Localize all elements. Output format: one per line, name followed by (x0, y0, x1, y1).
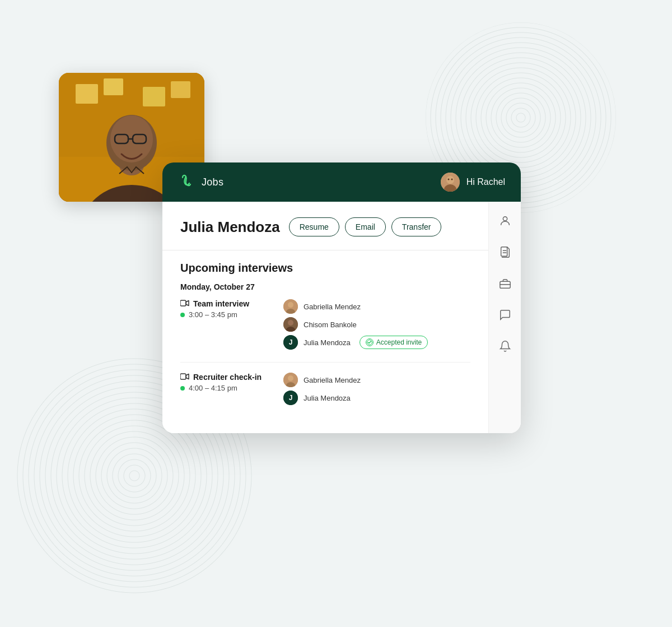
svg-text:J: J (289, 338, 293, 346)
transfer-button[interactable]: Transfer (391, 217, 442, 236)
person-icon[interactable] (497, 213, 513, 229)
section-title: Upcoming interviews (180, 262, 470, 275)
accepted-invite-label: Accepted invite (376, 338, 422, 346)
video-icon (180, 300, 189, 308)
section-divider (162, 250, 488, 250)
attendee-name-gabriella-2: Gabriella Mendez (304, 376, 361, 384)
candidate-header: Julia Mendoza Resume Email Transfer (180, 217, 470, 236)
attendee-row-julia-team: J Julia Mendoza (283, 335, 428, 350)
svg-point-30 (288, 375, 293, 381)
app-title-label: Jobs (202, 177, 223, 188)
app-card: Jobs Hi Rachel (162, 162, 521, 433)
candidate-name: Julia Mendoza (180, 219, 280, 236)
attendee-row-chisom: Chisom Bankole (283, 317, 428, 332)
document-icon[interactable] (497, 244, 513, 260)
interview-time-label-team: 3:00 – 3:45 pm (189, 310, 237, 319)
svg-rect-18 (180, 300, 186, 306)
interview-header-recruiter: Recruiter check-in 4:00 – 4:15 pm (180, 373, 470, 405)
svg-point-14 (446, 176, 454, 184)
svg-point-23 (288, 320, 293, 326)
interview-block-team: Team interview 3:00 – 3:45 pm (180, 299, 470, 350)
svg-point-17 (451, 179, 452, 180)
accepted-invite-badge: Accepted invite (360, 336, 428, 349)
attendee-name-julia-recruiter: Julia Mendoza (304, 394, 351, 402)
attendee-row-gabriella-2: Gabriella Mendez (283, 373, 361, 387)
content-main: Julia Mendoza Resume Email Transfer Upco… (162, 202, 488, 433)
avatar-gabriella (283, 299, 298, 314)
svg-point-20 (288, 302, 293, 308)
email-button[interactable]: Email (345, 217, 386, 236)
briefcase-icon[interactable] (497, 276, 513, 291)
time-dot-team (180, 313, 185, 317)
action-buttons: Resume Email Transfer (289, 217, 442, 236)
svg-rect-5 (171, 81, 190, 98)
avatar-chisom (283, 317, 298, 332)
interview-name-recruiter: Recruiter check-in (193, 373, 262, 382)
attendee-name-julia-team: Julia Mendoza (304, 338, 351, 347)
attendee-name-chisom: Chisom Bankole (304, 321, 357, 329)
user-avatar (441, 173, 460, 192)
resume-button[interactable]: Resume (289, 217, 339, 236)
greeting-label: Hi Rachel (466, 177, 505, 187)
header-right: Hi Rachel (441, 173, 505, 192)
avatar-gabriella-2 (283, 373, 298, 387)
svg-text:J: J (289, 394, 293, 402)
header-left: Jobs (178, 173, 223, 191)
svg-point-34 (503, 217, 507, 221)
interview-header-team: Team interview 3:00 – 3:45 pm (180, 299, 470, 350)
attendees-team: Gabriella Mendez (283, 299, 428, 350)
svg-rect-35 (501, 247, 507, 257)
interview-time-team: 3:00 – 3:45 pm (180, 310, 270, 319)
time-dot-recruiter (180, 386, 185, 391)
interview-meta-team: Team interview 3:00 – 3:45 pm (180, 299, 270, 319)
interview-type-recruiter: Recruiter check-in (180, 373, 270, 382)
avatar-julia-team: J (283, 335, 298, 350)
logo-icon (178, 173, 194, 191)
svg-point-16 (447, 179, 449, 180)
check-icon (366, 338, 374, 346)
interview-time-label-recruiter: 4:00 – 4:15 pm (189, 384, 237, 392)
attendee-row-gabriella: Gabriella Mendez (283, 299, 428, 314)
attendees-recruiter: Gabriella Mendez J Julia M (283, 373, 361, 405)
svg-rect-4 (143, 87, 165, 106)
svg-rect-2 (76, 84, 98, 104)
attendee-row-julia-recruiter: J Julia Mendoza (283, 391, 361, 405)
bell-icon[interactable] (497, 338, 513, 354)
svg-rect-3 (104, 78, 123, 95)
attendee-name-gabriella: Gabriella Mendez (304, 303, 361, 311)
chat-icon[interactable] (497, 307, 513, 323)
interview-block-recruiter: Recruiter check-in 4:00 – 4:15 pm (180, 373, 470, 405)
svg-rect-28 (180, 374, 186, 379)
avatar-julia-recruiter: J (283, 391, 298, 405)
day-label: Monday, October 27 (180, 282, 470, 291)
interview-name-team: Team interview (193, 299, 249, 308)
interview-time-recruiter: 4:00 – 4:15 pm (180, 384, 270, 392)
interview-type-team: Team interview (180, 299, 270, 308)
app-content: Julia Mendoza Resume Email Transfer Upco… (162, 202, 521, 433)
interview-meta-recruiter: Recruiter check-in 4:00 – 4:15 pm (180, 373, 270, 392)
sidebar-icons (488, 202, 521, 433)
app-header: Jobs Hi Rachel (162, 162, 521, 202)
video-icon-recruiter (180, 373, 189, 382)
